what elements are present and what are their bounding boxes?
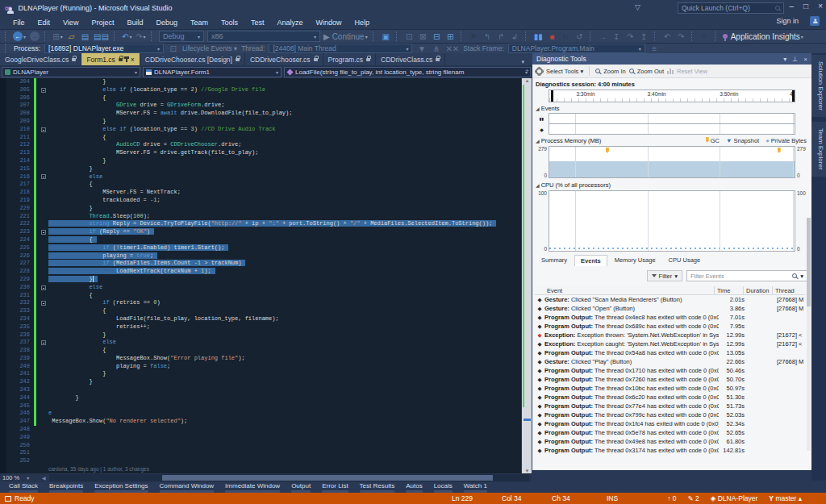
fold-margin[interactable] [39, 252, 48, 260]
member-dropdown[interactable]: LoadFile(string file_to_play, int locati… [284, 67, 531, 77]
step-out-icon[interactable]: ↥ [639, 31, 649, 42]
code-line[interactable]: 229 } [6, 276, 521, 284]
code-line[interactable]: 248 [6, 426, 521, 434]
fold-margin[interactable] [39, 370, 48, 378]
bottom-tab-command-window[interactable]: Command Window [156, 482, 219, 493]
event-row[interactable]: ◆Program Output: The thread 0x10bc has e… [535, 384, 809, 393]
tab-cddriveclass-cs[interactable]: CDDriveClass.cs [376, 53, 445, 65]
fold-margin[interactable] [39, 228, 48, 236]
fold-margin[interactable] [39, 134, 48, 142]
flag-threads-icon[interactable]: ▼ [416, 43, 427, 54]
select-tools-button[interactable]: Select Tools ▾ [546, 68, 583, 75]
step-over-icon[interactable]: ↷ [625, 31, 636, 42]
fold-margin[interactable] [39, 339, 48, 347]
bookmark-icon[interactable]: ⚑ [469, 31, 479, 42]
bottom-tab-breakpoints[interactable]: Breakpoints [45, 482, 87, 493]
code-line[interactable]: 220 } [6, 205, 521, 213]
collapse-icon[interactable] [41, 174, 46, 179]
code-line[interactable]: 207 GDrive drive = GDriveForm.drive; [6, 102, 521, 110]
bottom-tab-test-results[interactable]: Test Results [356, 482, 399, 493]
solution-platform-select[interactable]: x86▾ [207, 31, 320, 42]
code-line[interactable]: 215 } [6, 165, 521, 173]
code-line[interactable]: 250 [6, 442, 521, 450]
undo-icon[interactable]: ↶▾ [122, 31, 132, 42]
code-line[interactable]: 214 } [6, 157, 521, 165]
diag-tab-memory-usage[interactable]: Memory Usage [609, 255, 661, 266]
bottom-tab-autos[interactable]: Autos [402, 482, 426, 493]
feedback-icon[interactable]: ▽ [635, 3, 640, 11]
fold-margin[interactable] [39, 426, 48, 434]
code-line[interactable]: 221 Thread.Sleep(100); [6, 213, 521, 221]
sign-in-link[interactable]: Sign in [776, 17, 799, 25]
unpushed-commits-button[interactable]: ↑ 0 [667, 494, 676, 502]
fold-margin[interactable] [39, 110, 48, 118]
fold-margin[interactable] [39, 244, 48, 252]
tab-form1-cs[interactable]: Form1.cs× [81, 53, 140, 65]
new-project-icon[interactable]: ⊞▾ [52, 31, 63, 42]
type-dropdown[interactable]: DLNAPlayer.Form1▾ [143, 67, 282, 77]
fold-margin[interactable] [39, 205, 48, 213]
zoom-in-button[interactable]: Zoom In [603, 68, 626, 75]
redo-nav-icon[interactable]: ↷ [676, 31, 686, 42]
code-line[interactable]: 213 MServer.FS = drive.getTrack(file_to_… [6, 149, 521, 157]
prev-bookmark-icon[interactable]: ↰ [482, 31, 493, 42]
code-editor[interactable]: 204 }205 else if (location_type == 2) //… [0, 78, 521, 473]
code-line[interactable]: 241 } [6, 370, 521, 378]
fold-margin[interactable] [39, 157, 48, 165]
code-line[interactable]: 217 { [6, 181, 521, 189]
event-row[interactable]: ◆Program Output: The thread 0x4ec8 has e… [535, 313, 809, 322]
minimize-button[interactable]: – [790, 2, 795, 10]
code-line[interactable]: 231 { [6, 292, 521, 300]
code-line[interactable]: 205 else if (location_type == 2) //Googl… [6, 86, 521, 94]
codelens-row[interactable]: cardona, 35 days ago | 1 author, 3 chang… [6, 465, 521, 473]
timeline-ruler[interactable]: 3:30min3:40min3:50min4 [549, 90, 795, 102]
flagged-only-icon[interactable]: ⋔ [431, 43, 441, 54]
split-editor-handle[interactable]: + [522, 67, 532, 77]
fold-margin[interactable] [39, 418, 48, 426]
diagnostic-tools-titlebar[interactable]: Diagnostic Tools ▾ ⊥ × [532, 53, 811, 65]
collapse-icon[interactable] [41, 127, 46, 132]
code-line[interactable]: 239 MessageBox.Show("Error playing file"… [6, 355, 521, 363]
navigate-back-icon[interactable]: ←▾ [13, 31, 26, 42]
code-line[interactable]: 232 if (retries == 0) [6, 299, 521, 307]
navigate-forward-icon[interactable]: → [29, 31, 40, 42]
window-position-icon[interactable]: ▾ [783, 56, 786, 63]
toolbar-grip[interactable] [461, 31, 464, 41]
undo-nav-icon[interactable]: ↶ [662, 31, 673, 42]
quick-launch-box[interactable]: Quick Launch (Ctrl+Q) [678, 2, 784, 14]
show-next-statement-icon[interactable]: → [598, 31, 608, 42]
events-track[interactable] [549, 113, 795, 135]
code-line[interactable]: 252 [6, 457, 521, 465]
toolbar-grip[interactable] [5, 44, 8, 53]
diag-tab-events[interactable]: Events [574, 255, 607, 266]
code-line[interactable]: 216 else [6, 173, 521, 181]
fold-margin[interactable] [39, 141, 48, 149]
code-line[interactable]: 206 { [6, 94, 521, 102]
fold-margin[interactable] [39, 331, 48, 339]
tab-cddrivechooser-cs-design-[interactable]: CDDriveChooser.cs [Design] [140, 53, 245, 65]
fold-margin[interactable] [39, 410, 48, 418]
fold-margin[interactable] [39, 449, 48, 457]
bottom-tab-locals[interactable]: Locals [430, 482, 457, 493]
toolbar-grip[interactable] [691, 31, 695, 41]
code-line[interactable]: 230 else [6, 284, 521, 292]
fold-margin[interactable] [39, 181, 48, 189]
fold-margin[interactable] [39, 268, 48, 276]
fold-margin[interactable] [39, 292, 48, 300]
toolbar-grip[interactable] [5, 31, 8, 41]
lifecycle-events-icon[interactable]: ⊡ [168, 43, 178, 54]
fold-margin[interactable] [39, 355, 48, 363]
unsaved-edits-button[interactable]: ✎ 2 [688, 494, 699, 502]
restart-icon[interactable]: ↻ [561, 31, 571, 42]
filter-events-input[interactable]: Filter Events ▾ [686, 270, 807, 281]
maximize-button[interactable]: □ [803, 2, 808, 10]
event-row[interactable]: ◆Program Output: The thread 0x7260 has e… [535, 375, 809, 384]
event-row[interactable]: ◆Gesture: Clicked "Open" (Button)3.86s[2… [535, 304, 809, 313]
properties-window-icon[interactable]: ⊞ [445, 31, 456, 42]
event-row[interactable]: ◆Program Output: The thread 0x1710 has e… [535, 366, 809, 375]
side-tab-solution-explorer[interactable]: Solution Explorer [811, 55, 826, 117]
fold-margin[interactable] [39, 402, 48, 410]
title-bar[interactable]: ∞ DLNAPlayer (Running) - Microsoft Visua… [0, 0, 826, 15]
suspend-threads-icon[interactable]: ✕✕ [445, 43, 459, 54]
code-line[interactable]: 218 MServer.FS = NextTrack; [6, 189, 521, 197]
